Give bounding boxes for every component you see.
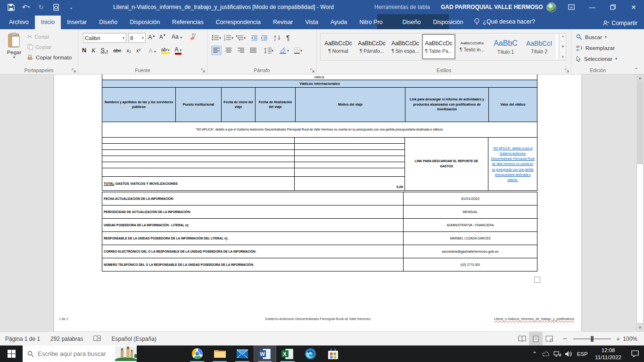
cell-link-reporte[interactable]: LINK PARA DESCARGAR EL REPORTE DE GASTOS [405,138,488,190]
empty-cell[interactable] [295,162,405,168]
search-highlight-image[interactable] [115,346,137,361]
zoom-slider[interactable] [573,338,611,339]
clipboard-dialog-launcher-icon[interactable] [72,68,76,73]
col-valor[interactable]: Valor del viático [489,88,537,122]
tab-insertar[interactable]: Insertar [61,16,93,29]
tray-clock[interactable]: 12:08 11/11/2022 [590,347,626,361]
tab-revisar[interactable]: Revisar [267,16,299,29]
close-button[interactable]: ✕ [623,0,644,14]
style-titulo-1[interactable]: AaBbC Título 1 [489,34,522,59]
empty-cell[interactable] [295,144,405,149]
tab-vista[interactable]: Vista [299,16,324,29]
align-right-icon[interactable] [236,46,246,55]
multilevel-list-icon[interactable]: ▾ [236,34,246,41]
empty-cell[interactable] [295,150,405,156]
select-button[interactable]: Seleccionar ▾ [576,56,617,62]
tab-ayuda[interactable]: Ayuda [324,16,353,29]
empty-cell[interactable] [102,144,294,149]
customize-qat-icon[interactable]: ⌄ [64,1,78,13]
print-layout-icon[interactable] [529,332,543,346]
zoom-out-icon[interactable]: − [556,335,569,343]
style-normal[interactable]: AaBbCcDc ¶ Normal [322,34,355,59]
info-label-responsable[interactable]: RESPONSABLE DE LA UNIDAD POSEEDORA DE LA… [102,232,403,245]
paste-button[interactable]: Pegar ▾ [4,33,24,59]
taskbar-chrome-icon[interactable] [186,346,208,362]
info-value-unidad[interactable]: ADMINISTRATIVA - FINANCIERA [404,219,537,231]
style-parrafo[interactable]: AaBbCcDc ¶ Párrafo... [355,34,388,59]
col-motivo[interactable]: Motivo del viaje [296,88,405,122]
ribbon-display-options-icon[interactable] [561,0,582,14]
empty-cell[interactable] [102,156,294,162]
zoom-in-icon[interactable]: + [615,335,623,343]
font-color-icon[interactable]: A ▾ [175,46,182,55]
proofing-status-icon[interactable] [88,332,106,346]
numbering-icon[interactable]: 123▾ [223,34,234,41]
borders-icon[interactable]: ▾ [293,47,303,54]
highlight-icon[interactable]: ab̷ ▾ [161,47,170,54]
underline-icon[interactable]: S ▾ [100,47,108,54]
italic-icon[interactable]: K [91,47,95,54]
read-mode-icon[interactable] [515,332,529,346]
taskbar-mail-icon[interactable] [231,346,254,362]
tab-tabla-disposicion[interactable]: Disposición [427,16,469,29]
save-icon[interactable] [4,1,18,13]
style-table-paragraph[interactable]: AaBbCcDc ¶ Table Pa... [422,34,455,59]
minimize-button[interactable]: — [582,0,603,14]
tab-nitro-pro[interactable]: Nitro Pro [353,16,388,29]
tab-tabla-diseno[interactable]: Diseño [396,16,427,29]
empty-cell[interactable] [295,138,405,143]
col-fecha-inicio[interactable]: Fecha de inicio del viaje [222,88,255,122]
paste-dropdown-icon[interactable]: ▾ [4,55,24,59]
zoom-level[interactable]: 100% [623,336,644,342]
empty-cell[interactable] [102,150,294,156]
find-button[interactable]: Buscar ▾ [576,34,607,40]
account-name[interactable]: GAD PARROQUIAL VALLE HERMOSO [441,2,556,12]
clear-formatting-icon[interactable] [190,33,197,40]
info-label-telefono[interactable]: NÚMERO TELEFÓNICO DEL O LA RESPONSABLE D… [102,258,403,271]
pilcrow-icon[interactable]: ¶ [286,33,290,42]
taskbar-explorer-icon[interactable] [208,346,231,362]
font-dialog-launcher-icon[interactable] [201,68,206,73]
styles-gallery-more-icon[interactable]: ⇟ [561,55,564,59]
tab-correspondencia[interactable]: Correspondencia [210,16,267,29]
superscript-icon[interactable]: x² [136,48,140,53]
tray-expand-icon[interactable]: ⌃ [529,346,540,362]
tab-inicio[interactable]: Inicio [35,16,61,29]
info-value-responsable[interactable]: MARIBEL LOZADA GARCÉS [404,232,537,245]
cell-total-value[interactable]: 0,00 [295,177,405,190]
info-label-periodicidad[interactable]: PERIODICIDAD DE ACTUALIZACIÓN DE LA INFO… [102,206,403,218]
strikethrough-icon[interactable]: abc [113,48,121,53]
avatar[interactable] [546,2,556,12]
empty-cell[interactable] [102,168,294,176]
page-indicator[interactable]: Página 1 de 1 [0,332,45,346]
styles-dialog-launcher-icon[interactable] [565,68,570,73]
print-preview-icon[interactable] [49,1,63,13]
volume-icon[interactable] [563,346,574,362]
empty-cell[interactable] [295,156,405,162]
start-button[interactable] [0,346,23,362]
info-value-telefono[interactable]: (02) 2773-300 [404,258,537,271]
tab-diseno[interactable]: Diseño [93,16,124,29]
cell-section-title[interactable]: Viáticos internacionales [102,80,537,88]
network-icon[interactable] [552,346,563,362]
font-size-select[interactable]: 8▾ [128,33,146,43]
scroll-down-icon[interactable]: ▼ [636,324,644,331]
align-center-icon[interactable] [223,46,234,55]
col-fecha-fin[interactable]: Fecha de finalización del viaje [256,88,295,122]
subscript-icon[interactable]: x₂ [126,48,131,53]
empty-cell[interactable] [295,168,405,176]
collapse-ribbon-icon[interactable]: ⌃ [634,67,638,73]
scroll-up-icon[interactable]: ▲ [636,74,644,82]
cell-total-label[interactable]: TOTAL GASTOS VIATICOS Y MOVILIZACIONES [102,177,294,190]
tell-me-box[interactable]: ¿Qué desea hacer? [469,15,540,29]
word-count[interactable]: 292 palabras [45,332,88,346]
tab-referencias[interactable]: Referencias [166,16,210,29]
styles-scroll-down-icon[interactable]: ▼ [561,45,565,48]
language-indicator[interactable]: Español (España) [106,332,161,346]
info-label-correo[interactable]: CORREO ELECTRÓNICO DEL O LA RESPONSABLE … [102,245,403,258]
info-value-fecha[interactable]: 31/01/2022 [404,192,537,205]
bullets-icon[interactable]: ▾ [211,34,222,41]
keyboard-language[interactable]: ESP [574,346,590,362]
col-nombres[interactable]: Nombres y apellidos de las y los servido… [102,88,175,122]
taskbar-store-icon[interactable] [322,346,344,362]
